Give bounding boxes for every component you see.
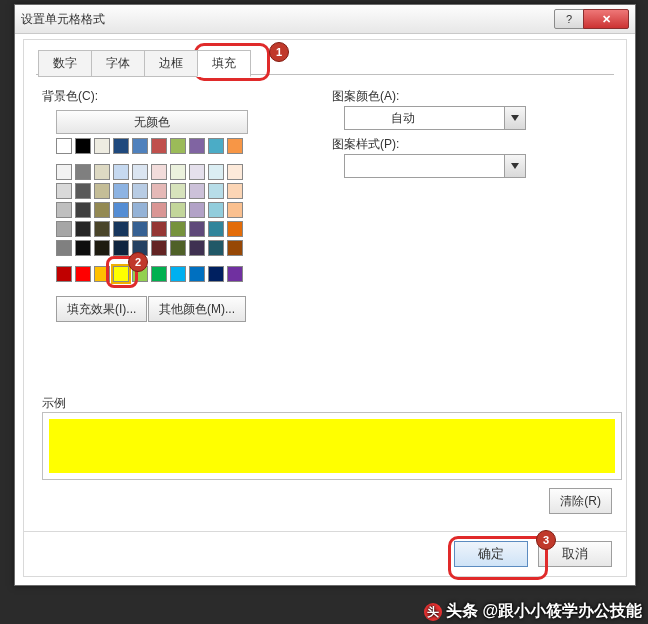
swatch[interactable] [227,183,243,199]
swatch[interactable] [56,240,72,256]
swatch[interactable] [151,183,167,199]
swatch[interactable] [113,221,129,237]
swatch[interactable] [94,240,110,256]
format-cells-dialog: 设置单元格格式 ? ✕ 数字字体边框填充 背景色(C): 无颜色 填充效果(I)… [14,4,636,586]
swatch[interactable] [227,164,243,180]
swatch[interactable] [132,202,148,218]
swatch[interactable] [94,202,110,218]
swatch[interactable] [208,221,224,237]
swatch[interactable] [189,164,205,180]
cancel-button[interactable]: 取消 [538,541,612,567]
swatch[interactable] [151,266,167,282]
swatch[interactable] [208,266,224,282]
watermark-icon: 头 [424,603,442,621]
swatch[interactable] [94,164,110,180]
bg-color-label: 背景色(C): [42,88,98,105]
swatch[interactable] [113,164,129,180]
swatch[interactable] [151,164,167,180]
dialog-title: 设置单元格格式 [21,11,554,28]
swatch[interactable] [132,138,148,154]
swatch[interactable] [113,202,129,218]
watermark: 头头条 @跟小小筱学办公技能 [424,601,642,622]
swatch[interactable] [132,221,148,237]
swatch[interactable] [151,138,167,154]
color-swatches [56,138,243,285]
swatch[interactable] [227,266,243,282]
swatch[interactable] [75,138,91,154]
swatch[interactable] [170,221,186,237]
swatch[interactable] [151,221,167,237]
help-button[interactable]: ? [554,9,584,29]
swatch[interactable] [170,183,186,199]
dialog-client: 数字字体边框填充 背景色(C): 无颜色 填充效果(I)... 其他颜色(M).… [23,39,627,577]
sample-label: 示例 [42,395,66,412]
clear-button[interactable]: 清除(R) [549,488,612,514]
swatch[interactable] [227,138,243,154]
swatch[interactable] [227,221,243,237]
swatch[interactable] [94,221,110,237]
other-colors-button[interactable]: 其他颜色(M)... [148,296,246,322]
swatch[interactable] [208,138,224,154]
tab-strip: 数字字体边框填充 [38,50,250,77]
swatch[interactable] [56,164,72,180]
pattern-color-combo[interactable]: 自动 [344,106,526,130]
swatch[interactable] [189,202,205,218]
swatch[interactable] [75,266,91,282]
no-color-button[interactable]: 无颜色 [56,110,248,134]
pattern-style-combo[interactable] [344,154,526,178]
callout-badge-1: 1 [269,42,289,62]
swatch[interactable] [151,240,167,256]
swatch[interactable] [56,138,72,154]
swatch[interactable] [113,266,129,282]
swatch[interactable] [170,164,186,180]
swatch[interactable] [113,138,129,154]
swatch[interactable] [227,240,243,256]
swatch[interactable] [189,266,205,282]
swatch[interactable] [113,240,129,256]
pattern-color-value: 自动 [391,110,415,127]
swatch[interactable] [189,138,205,154]
swatch[interactable] [75,183,91,199]
swatch[interactable] [56,221,72,237]
swatch[interactable] [170,266,186,282]
swatch[interactable] [94,266,110,282]
pattern-color-label: 图案颜色(A): [332,88,399,105]
tab-2[interactable]: 边框 [144,50,198,77]
swatch[interactable] [189,240,205,256]
tab-3[interactable]: 填充 [197,50,251,77]
swatch[interactable] [132,164,148,180]
swatch[interactable] [208,202,224,218]
swatch[interactable] [189,183,205,199]
swatch[interactable] [132,183,148,199]
swatch[interactable] [75,164,91,180]
pattern-style-label: 图案样式(P): [332,136,399,153]
sample-fill [49,419,615,473]
swatch[interactable] [56,183,72,199]
swatch[interactable] [56,266,72,282]
swatch[interactable] [208,183,224,199]
close-button[interactable]: ✕ [583,9,629,29]
swatch[interactable] [132,240,148,256]
swatch[interactable] [189,221,205,237]
ok-button[interactable]: 确定 [454,541,528,567]
swatch[interactable] [56,202,72,218]
swatch[interactable] [75,240,91,256]
swatch[interactable] [151,202,167,218]
chevron-down-icon [504,106,526,130]
swatch[interactable] [132,266,148,282]
swatch[interactable] [170,202,186,218]
swatch[interactable] [170,240,186,256]
swatch[interactable] [75,202,91,218]
tab-0[interactable]: 数字 [38,50,92,77]
swatch[interactable] [94,138,110,154]
swatch[interactable] [113,183,129,199]
swatch[interactable] [208,164,224,180]
tab-1[interactable]: 字体 [91,50,145,77]
swatch[interactable] [208,240,224,256]
dialog-button-bar: 确定 取消 [24,531,626,576]
fill-effects-button[interactable]: 填充效果(I)... [56,296,147,322]
swatch[interactable] [170,138,186,154]
swatch[interactable] [94,183,110,199]
swatch[interactable] [227,202,243,218]
swatch[interactable] [75,221,91,237]
